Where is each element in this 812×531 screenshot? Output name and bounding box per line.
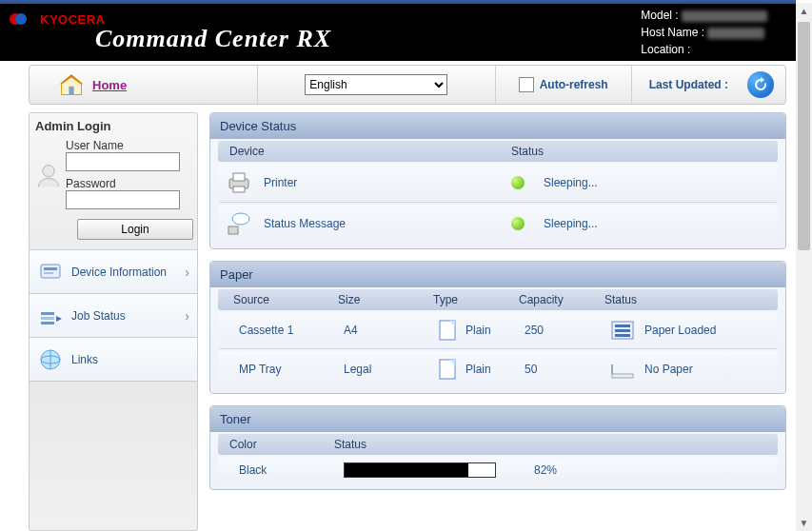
sidebar-item-label: Device Information [71,266,167,279]
paper-source: Cassette 1 [239,324,344,337]
login-button[interactable]: Login [77,219,193,240]
job-status-icon [37,303,64,329]
scrollbar-thumb[interactable] [798,22,810,250]
auto-refresh-label: Auto-refresh [540,78,608,91]
table-row: Printer Sleeping... [218,164,778,203]
refresh-button[interactable] [747,71,774,98]
svg-rect-21 [615,324,630,327]
table-row: MP Tray Legal Plain 50 No Paper [218,351,778,387]
brand-logo: KYOCERA [10,12,106,27]
device-name: Printer [264,176,297,189]
paper-capacity: 50 [525,363,610,376]
col-size: Size [338,293,433,306]
table-row: Black 82% [218,457,778,483]
paper-size: A4 [344,324,439,337]
kyocera-logo-icon [10,13,21,25]
paper-type-icon [439,359,456,380]
paper-capacity: 250 [525,324,610,337]
username-input[interactable] [66,152,180,171]
host-info: Model : Host Name : Location : [641,7,796,58]
scrollbar-up-icon[interactable]: ▲ [796,3,812,19]
sidebar-item-job-status[interactable]: Job Status › [30,294,197,338]
home-section: Home [30,66,258,104]
login-section: Admin Login User Name Password [30,113,197,250]
col-status: Status [511,145,544,158]
panel-title: Paper [210,262,785,287]
col-source: Source [233,293,338,306]
toner-level-bar [344,462,496,478]
svg-rect-4 [41,265,60,278]
device-status-text: Sleeping... [544,217,598,230]
toner-level-fill [345,463,468,477]
password-label: Password [66,177,191,190]
chevron-right-icon: › [185,308,189,324]
globe-icon [37,346,64,373]
language-select[interactable]: English [305,74,447,95]
user-avatar-icon [35,162,62,188]
host-value [707,28,764,39]
host-label: Host Name : [641,26,704,39]
col-capacity: Capacity [519,293,604,306]
sidebar-item-links[interactable]: Links [30,338,197,382]
paper-status: No Paper [644,363,693,376]
svg-rect-23 [615,334,630,337]
main-content: Device Status Device Status Printer [209,112,786,531]
product-name: Command Center [95,25,289,52]
col-color: Color [229,438,334,451]
col-device: Device [229,145,265,158]
svg-point-16 [232,213,249,225]
sidebar-filler [30,382,197,530]
username-label: User Name [66,139,191,152]
svg-rect-6 [44,272,53,274]
sidebar-item-device-information[interactable]: Device Information › [30,250,197,294]
col-status: Status [334,438,525,451]
product-title: Command Center RX [95,25,331,53]
status-indicator-icon [511,217,525,230]
panel-title: Toner [210,406,785,432]
paper-size: Legal [344,363,439,376]
home-icon [58,71,85,98]
svg-rect-5 [44,267,57,270]
last-updated-label: Last Updated : [649,78,728,91]
vertical-scrollbar[interactable]: ▲ ▼ [796,3,812,531]
device-status-header: Device Status [218,141,778,162]
scrollbar-down-icon[interactable]: ▼ [796,515,812,531]
status-message-icon [226,210,252,237]
refresh-icon [752,76,769,93]
paper-status: Paper Loaded [644,324,716,337]
panel-title: Device Status [210,113,785,139]
model-value [682,10,767,22]
no-paper-icon [610,357,635,382]
toner-color: Black [239,463,344,477]
paper-type-icon [439,320,456,341]
svg-rect-2 [69,87,73,95]
header: KYOCERA Command Center RX Model : Host N… [0,4,796,61]
paper-panel: Paper Source Size Type Capacity Status C… [209,261,786,394]
table-row: Status Message Sleeping... [218,205,778,243]
toner-panel: Toner Color Status Black [209,405,786,490]
language-section: English [258,66,496,104]
paper-type: Plain [465,324,491,337]
refresh-section: Last Updated : [632,71,785,98]
home-link[interactable]: Home [92,78,127,92]
device-info-icon [37,259,64,285]
table-row: Cassette 1 A4 Plain 250 Paper Loaded [218,312,778,349]
chevron-right-icon: › [185,265,189,280]
toner-percent: 82% [534,463,770,477]
paper-type: Plain [465,363,491,376]
svg-rect-14 [233,173,245,181]
password-input[interactable] [66,190,180,209]
paper-header: Source Size Type Capacity Status [218,289,778,310]
col-type: Type [433,293,519,306]
toner-header: Color Status [218,434,778,455]
sidebar-item-label: Job Status [71,309,126,323]
svg-rect-7 [41,312,54,315]
svg-rect-26 [612,374,633,378]
col-status: Status [604,293,770,306]
svg-point-3 [43,166,54,177]
auto-refresh-checkbox[interactable] [519,77,534,92]
auto-refresh-section: Auto-refresh [496,66,632,104]
svg-rect-9 [41,322,54,324]
paper-loaded-icon [610,318,635,343]
model-label: Model : [641,9,678,22]
